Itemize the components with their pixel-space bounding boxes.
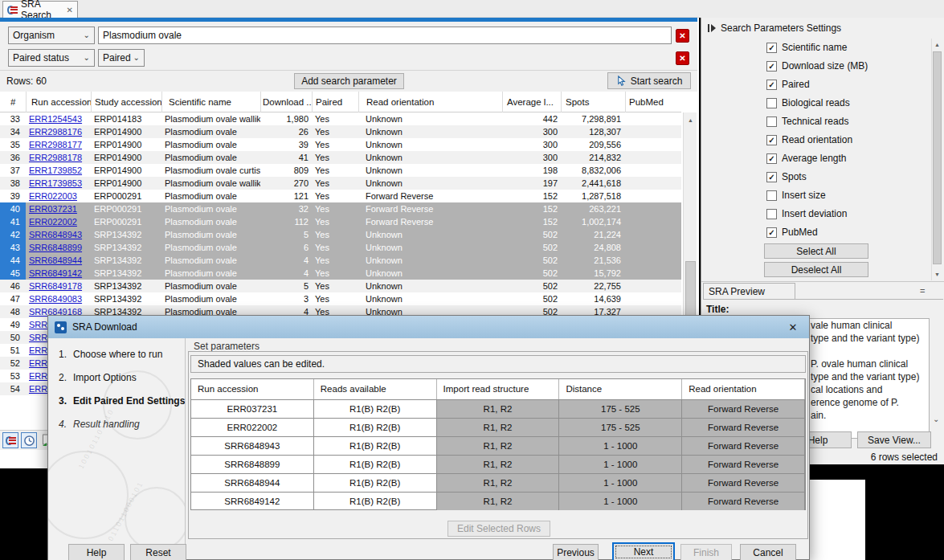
- paired-status-value-dropdown[interactable]: Paired ⌄: [98, 49, 145, 67]
- dialog-cell-distance[interactable]: 175 - 525: [559, 400, 682, 418]
- run-accession-link[interactable]: ERR1254543: [29, 114, 82, 124]
- previous-button[interactable]: Previous: [553, 544, 599, 560]
- minimize-icon[interactable]: =: [920, 286, 925, 296]
- scroll-up-icon[interactable]: ▲: [932, 39, 942, 50]
- reset-button[interactable]: Reset: [130, 544, 186, 560]
- scroll-up-icon[interactable]: ▲: [685, 114, 697, 126]
- dialog-cell-read-orientation[interactable]: Forward Reverse: [682, 474, 805, 492]
- dialog-cell-distance[interactable]: 1 - 1000: [559, 437, 682, 455]
- organism-field-dropdown[interactable]: Organism ⌄: [8, 27, 95, 44]
- column-header-pubmed[interactable]: PubMed: [625, 92, 681, 112]
- checkbox-average-length[interactable]: ✓: [766, 153, 777, 164]
- dialog-cell-distance[interactable]: 1 - 1000: [559, 456, 682, 473]
- run-accession-link[interactable]: SRR6848943: [29, 230, 82, 239]
- checkbox-spots[interactable]: ✓: [766, 172, 777, 182]
- close-icon[interactable]: ✕: [785, 320, 801, 334]
- column-header-study-accession[interactable]: Study accession: [91, 92, 161, 112]
- checkbox-insert-size[interactable]: [766, 190, 777, 201]
- column-header-run-accession[interactable]: Run accession: [26, 92, 91, 112]
- column-header-download[interactable]: Download ...: [260, 92, 312, 112]
- dialog-table-row[interactable]: SRR6848944R1(B) R2(B)R1, R21 - 1000Forwa…: [191, 473, 805, 492]
- dialog-cell-import-read-structure[interactable]: R1, R2: [437, 456, 560, 473]
- save-view-button[interactable]: Save View...: [857, 431, 931, 448]
- finish-button[interactable]: Finish: [680, 544, 732, 560]
- sra-preview-tab[interactable]: SRA Preview: [703, 283, 795, 300]
- run-accession-link[interactable]: ERR1739852: [29, 166, 82, 175]
- checkbox-download-size-mb[interactable]: ✓: [766, 61, 777, 72]
- remove-parameter-button[interactable]: ✕: [676, 29, 689, 43]
- dialog-cell-distance[interactable]: 1 - 1000: [559, 474, 682, 492]
- run-accession-link[interactable]: ERR: [29, 358, 47, 368]
- scrollbar-thumb[interactable]: [933, 51, 942, 264]
- run-accession-link[interactable]: ERR: [29, 345, 47, 355]
- table-row[interactable]: 45SRR6849142SRP134392Plasmodium ovale4Ye…: [0, 267, 681, 280]
- table-row[interactable]: 38ERR1739853ERP014900Plasmodium ovale wa…: [0, 177, 681, 190]
- dialog-cell-distance[interactable]: 1 - 1000: [559, 493, 682, 510]
- scroll-down-icon[interactable]: ▼: [932, 269, 942, 280]
- checkbox-scientific-name[interactable]: ✓: [766, 43, 777, 53]
- dialog-cell-read-orientation[interactable]: Forward Reverse: [682, 437, 805, 455]
- table-row[interactable]: 35ERR2988177ERP014900Plasmodium ovale39Y…: [0, 138, 681, 151]
- run-accession-link[interactable]: ERR1739853: [29, 178, 82, 188]
- tab-sra-search[interactable]: SRA Search ✕: [2, 1, 78, 18]
- dialog-table-row[interactable]: SRR6848943R1(B) R2(B)R1, R21 - 1000Forwa…: [191, 436, 805, 455]
- paired-status-field-dropdown[interactable]: Paired status ⌄: [8, 49, 95, 67]
- checkbox-biological-reads[interactable]: [766, 98, 777, 108]
- dialog-cell-import-read-structure[interactable]: R1, R2: [437, 419, 560, 436]
- dialog-table-row[interactable]: ERR022002R1(B) R2(B)R1, R2175 - 525Forwa…: [191, 418, 805, 436]
- table-row[interactable]: 39ERR022003ERP000291Plasmodium ovale121Y…: [0, 190, 681, 202]
- dialog-cell-read-orientation[interactable]: Forward Reverse: [682, 400, 805, 418]
- column-header-[interactable]: #: [0, 92, 26, 112]
- dialog-titlebar[interactable]: SRA Download: [48, 316, 809, 338]
- table-row[interactable]: 46SRR6849178SRP134392Plasmodium ovale5Ye…: [0, 280, 681, 292]
- dialog-table-row[interactable]: SRR6848899R1(B) R2(B)R1, R21 - 1000Forwa…: [191, 455, 805, 473]
- run-accession-link[interactable]: ERR: [29, 371, 47, 381]
- column-header-scientific-name[interactable]: Scientific name: [161, 92, 260, 112]
- table-row[interactable]: 42SRR6848943SRP134392Plasmodium ovale5Ye…: [0, 228, 681, 241]
- cancel-button[interactable]: Cancel: [740, 544, 796, 560]
- run-accession-link[interactable]: SRR: [29, 333, 47, 342]
- dialog-cell-read-orientation[interactable]: Forward Reverse: [682, 419, 805, 436]
- checkbox-read-orientation[interactable]: ✓: [766, 135, 777, 145]
- column-header-paired[interactable]: Paired: [312, 92, 358, 112]
- run-accession-link[interactable]: SRR: [29, 320, 47, 329]
- table-row[interactable]: 47SRR6849083SRP134392Plasmodium ovale3Ye…: [0, 292, 681, 305]
- column-header-average-l[interactable]: Average l...: [502, 92, 561, 112]
- run-accession-link[interactable]: ERR037231: [29, 204, 77, 214]
- table-row[interactable]: 44SRR6848944SRP134392Plasmodium ovale4Ye…: [0, 254, 681, 267]
- run-accession-link[interactable]: SRR6848899: [29, 243, 82, 252]
- dialog-cell-import-read-structure[interactable]: R1, R2: [437, 474, 560, 492]
- checkbox-paired[interactable]: ✓: [766, 80, 777, 90]
- checkbox-pubmed[interactable]: ✓: [766, 227, 777, 238]
- run-accession-link[interactable]: SRR6849083: [29, 294, 82, 304]
- checkbox-technical-reads[interactable]: [766, 116, 777, 127]
- run-accession-link[interactable]: ERR2988178: [29, 153, 82, 162]
- dialog-cell-read-orientation[interactable]: Forward Reverse: [682, 493, 805, 510]
- history-view-button[interactable]: [21, 432, 37, 448]
- organism-value-input[interactable]: [98, 27, 672, 44]
- sidebar-scrollbar[interactable]: ▲ ▼: [931, 39, 942, 280]
- dialog-table-row[interactable]: ERR037231R1(B) R2(B)R1, R2175 - 525Forwa…: [191, 399, 805, 418]
- remove-parameter-button[interactable]: ✕: [676, 51, 689, 65]
- table-row[interactable]: 37ERR1739852ERP014900Plasmodium ovale cu…: [0, 164, 681, 177]
- run-accession-link[interactable]: ERR2988177: [29, 140, 82, 149]
- run-accession-link[interactable]: SRR6849178: [29, 281, 82, 291]
- column-header-read-orientation[interactable]: Read orientation: [358, 92, 502, 112]
- help-button[interactable]: Help: [68, 544, 125, 560]
- table-row[interactable]: 34ERR2988176ERP014900Plasmodium ovale26Y…: [0, 125, 681, 138]
- run-accession-link[interactable]: ERR: [29, 384, 47, 394]
- checkbox-insert-deviation[interactable]: [766, 209, 777, 219]
- add-search-parameter-button[interactable]: Add search parameter: [294, 73, 404, 89]
- run-accession-link[interactable]: ERR2988176: [29, 127, 82, 137]
- run-accession-link[interactable]: SRR6848944: [29, 255, 82, 265]
- dialog-table-row[interactable]: SRR6849142R1(B) R2(B)R1, R21 - 1000Forwa…: [191, 492, 805, 510]
- preview-scroll-down-icon[interactable]: ⌄: [933, 415, 939, 423]
- table-row[interactable]: 33ERR1254543ERP014183Plasmodium ovale wa…: [0, 112, 681, 125]
- settings-panel-header[interactable]: Search Parameters Settings: [708, 22, 841, 34]
- column-header-spots[interactable]: Spots: [561, 92, 625, 112]
- start-search-button[interactable]: Start search: [607, 72, 691, 89]
- edit-selected-rows-button[interactable]: Edit Selected Rows: [447, 521, 550, 537]
- dialog-cell-distance[interactable]: 175 - 525: [559, 419, 682, 436]
- table-row[interactable]: 43SRR6848899SRP134392Plasmodium ovale6Ye…: [0, 241, 681, 254]
- run-accession-link[interactable]: ERR022003: [29, 191, 77, 201]
